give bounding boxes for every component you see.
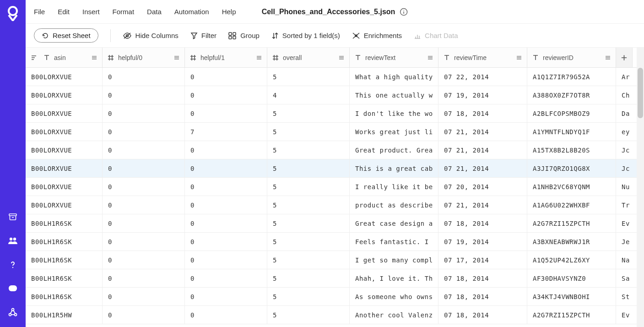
cell[interactable]: 07 18, 2014 [438,214,527,232]
cell[interactable]: A1YMNTFLNDYQ1F [527,123,616,141]
column-menu-icon[interactable] [256,54,262,61]
cell[interactable]: 5 [267,123,350,141]
cell[interactable]: 07 20, 2014 [438,178,527,196]
table-row[interactable]: B00LORXVUE005What a high quality07 22, 2… [26,68,644,86]
users-nav-icon[interactable] [4,232,22,250]
cell[interactable]: 07 19, 2014 [438,86,527,104]
cell[interactable]: A34KTJ4VWNBOHI [527,288,616,305]
cell[interactable]: 5 [267,104,350,122]
cell[interactable]: 0 [103,178,185,196]
cell[interactable]: 07 19, 2014 [438,233,527,251]
column-header-reviewtext[interactable]: reviewText [350,48,438,67]
cell[interactable]: 0 [185,233,267,251]
table-row[interactable]: B00LH1R6SK005Great case design a07 18, 2… [26,214,644,233]
cell[interactable]: B00LH1R6SK [26,214,103,232]
cell[interactable]: 0 [103,123,185,141]
column-menu-icon[interactable] [427,54,433,61]
cell[interactable]: Great product. Grea [350,141,438,159]
chart-data-button[interactable]: Chart Data [414,32,458,39]
archive-nav-icon[interactable] [4,208,22,226]
menu-insert[interactable]: Insert [82,8,100,16]
cell[interactable]: B00LH1R6SK [26,251,103,269]
menu-file[interactable]: File [34,8,45,16]
cell[interactable]: 0 [185,251,267,269]
cell[interactable]: 07 18, 2014 [438,288,527,305]
cell[interactable]: 0 [185,214,267,232]
cell[interactable]: B00LH1R6SK [26,269,103,287]
add-column-button[interactable] [616,48,633,67]
menu-edit[interactable]: Edit [58,8,70,16]
info-icon[interactable] [400,8,408,16]
cell[interactable]: 5 [267,68,350,86]
cell[interactable]: I really like it be [350,178,438,196]
cell[interactable]: 07 21, 2014 [438,123,527,141]
column-menu-icon[interactable] [173,54,180,61]
cell[interactable]: Another cool Valenz [350,306,438,324]
cell[interactable]: I get so many compl [350,251,438,269]
cell[interactable]: 0 [103,104,185,122]
cell[interactable]: 0 [185,141,267,159]
cell[interactable]: 0 [103,159,185,177]
cell[interactable]: 5 [267,141,350,159]
table-row[interactable]: B00LORXVUE005I don't like the wo07 18, 2… [26,104,644,123]
cell[interactable]: A3BXNEABWRWJ1R [527,233,616,251]
cell[interactable]: 5 [267,269,350,287]
cell[interactable]: B00LORXVUE [26,178,103,196]
cell[interactable]: 0 [103,251,185,269]
hide-columns-button[interactable]: Hide Columns [123,32,179,39]
cell[interactable]: 07 18, 2014 [438,306,527,324]
column-menu-icon[interactable] [338,54,345,61]
cell[interactable]: A2G7RZI15ZPCTH [527,214,616,232]
document-title[interactable]: Cell_Phones_and_Accessories_5.json [262,8,395,16]
cell[interactable]: B00LH1R6SK [26,233,103,251]
cell[interactable]: Works great just li [350,123,438,141]
cell[interactable]: AF30DHAVSYNZ0 [527,269,616,287]
cell[interactable]: 5 [267,196,350,214]
cell[interactable]: 07 21, 2014 [438,141,527,159]
cell[interactable]: 0 [103,233,185,251]
cell[interactable]: What a high quality [350,68,438,86]
cell[interactable]: 7 [185,123,267,141]
cell[interactable]: A2G7RZI15ZPCTH [527,306,616,324]
cell[interactable]: 0 [103,141,185,159]
cell[interactable]: 5 [267,288,350,305]
cell[interactable]: B00LORXVUE [26,104,103,122]
cell[interactable]: 5 [267,159,350,177]
cell[interactable]: 0 [185,196,267,214]
cell[interactable]: Great case design a [350,214,438,232]
filter-button[interactable]: Filter [190,32,216,39]
column-header-reviewerid[interactable]: reviewerID [527,48,616,67]
cell[interactable]: A388OX0ZF7OT8R [527,86,616,104]
cell[interactable]: 4 [267,86,350,104]
table-row[interactable]: B00LORXVUE005product as describe07 21, 2… [26,196,644,214]
table-row[interactable]: B00LORXVUE004This one actually w07 19, 2… [26,86,644,104]
cell[interactable]: 5 [267,214,350,232]
table-row[interactable]: B00LORXVUE005This is a great cab07 21, 2… [26,159,644,178]
sorted-button[interactable]: Sorted by 1 field(s) [271,32,340,39]
table-row[interactable]: B00LORXVUE005I really like it be07 20, 2… [26,178,644,196]
cell[interactable]: 0 [185,104,267,122]
chat-nav-icon[interactable] [4,279,22,298]
cell[interactable]: 0 [185,178,267,196]
cell[interactable]: 5 [267,306,350,324]
column-menu-icon[interactable] [91,54,97,61]
cell[interactable]: 07 21, 2014 [438,159,527,177]
cell[interactable]: I don't like the wo [350,104,438,122]
menu-automation[interactable]: Automation [174,8,209,16]
column-header-overall[interactable]: overall [267,48,350,67]
cell[interactable]: Feels fantastic. I [350,233,438,251]
cell[interactable]: A3JI7QRZO1QG8X [527,159,616,177]
cell[interactable]: 5 [267,233,350,251]
cell[interactable]: As someone who owns [350,288,438,305]
cell[interactable]: 0 [185,159,267,177]
cell[interactable]: A2BLFCOPSMBOZ9 [527,104,616,122]
cell[interactable]: B00LORXVUE [26,159,103,177]
cell[interactable]: B00LORXVUE [26,141,103,159]
cell[interactable]: 0 [185,68,267,86]
menu-format[interactable]: Format [113,8,135,16]
cell[interactable]: A1NHB2VC68YQNM [527,178,616,196]
cell[interactable]: 07 18, 2014 [438,104,527,122]
data-grid[interactable]: asin helpful/0 [26,48,644,327]
cell[interactable]: 0 [185,306,267,324]
grid-body[interactable]: B00LORXVUE005What a high quality07 22, 2… [26,68,644,327]
